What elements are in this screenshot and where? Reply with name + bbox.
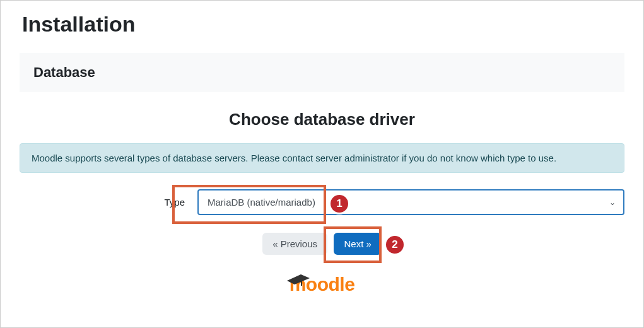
type-select[interactable]: MariaDB (native/mariadb) [197, 189, 624, 215]
info-box: Moodle supports several types of databas… [20, 143, 624, 173]
form-heading: Choose database driver [20, 110, 624, 129]
svg-marker-0 [287, 274, 310, 284]
next-button[interactable]: Next » [334, 233, 381, 255]
page-title: Installation [22, 12, 624, 37]
previous-button[interactable]: « Previous [262, 233, 327, 255]
type-select-wrap: MariaDB (native/mariadb) ⌄ [197, 189, 624, 215]
type-label: Type [20, 197, 197, 208]
section-bar: Database [20, 53, 624, 92]
installer-frame: Installation Database Choose database dr… [0, 0, 644, 328]
svg-rect-1 [301, 279, 302, 286]
logo-row: moodle [20, 274, 624, 295]
type-row: Type MariaDB (native/mariadb) ⌄ [20, 189, 624, 215]
moodle-logo: moodle [290, 274, 355, 295]
section-heading: Database [33, 64, 611, 81]
button-row: « Previous Next » [20, 233, 624, 255]
